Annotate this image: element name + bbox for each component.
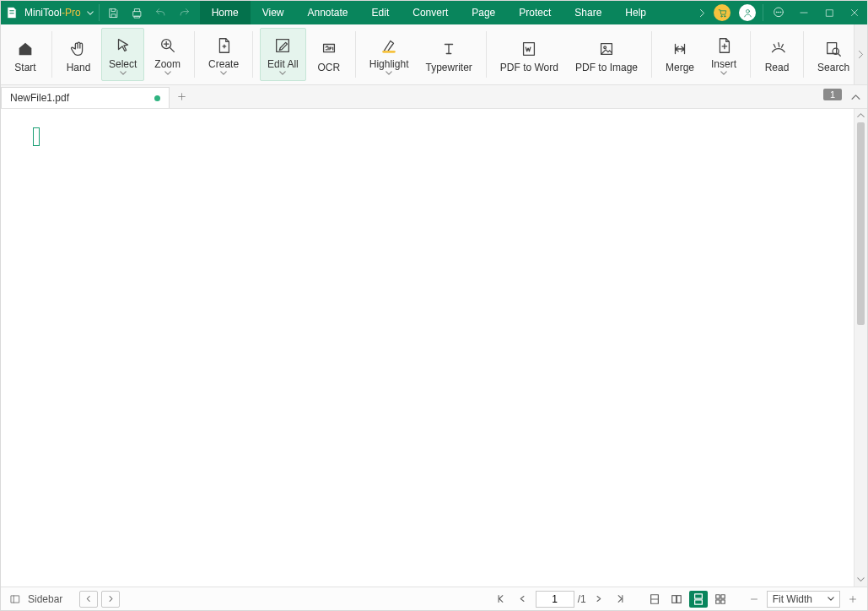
home-icon (16, 38, 35, 60)
ribbon-separator (750, 31, 751, 78)
tool-create[interactable]: Create (202, 28, 245, 81)
app-window: MiniTool-Pro Home View Annotate Edit Con… (0, 0, 868, 611)
zoom-value: Fit Width (773, 593, 812, 605)
svg-point-0 (720, 15, 721, 16)
sidebar-icon (6, 591, 24, 608)
ribbon: Start Hand Select Zoom Create Edit All (1, 24, 867, 85)
next-page-button[interactable] (590, 591, 608, 608)
tool-start[interactable]: Start (6, 28, 45, 81)
panel-left-button[interactable] (79, 591, 98, 608)
svg-rect-16 (11, 595, 19, 602)
menu-convert[interactable]: Convert (401, 1, 460, 24)
menu-view[interactable]: View (251, 1, 296, 24)
app-logo (1, 1, 23, 24)
tool-zoom[interactable]: Zoom (148, 28, 187, 81)
tab-strip: NewFile1.pdf 1 (1, 85, 867, 109)
menu-home[interactable]: Home (200, 1, 251, 24)
scroll-track[interactable] (855, 325, 867, 573)
new-tab-button[interactable] (170, 85, 193, 108)
feedback-icon[interactable] (766, 1, 791, 24)
collapse-ribbon-button[interactable] (847, 89, 864, 105)
vertical-scrollbar[interactable] (854, 109, 867, 587)
account-button[interactable] (735, 1, 760, 24)
zoom-out-button[interactable] (745, 591, 763, 608)
menu-label: Share (574, 7, 601, 19)
page-number-input[interactable] (536, 591, 574, 608)
view-single-button[interactable] (645, 591, 664, 608)
maximize-button[interactable] (817, 1, 842, 24)
tool-label: Search (817, 62, 849, 73)
tool-edit-all[interactable]: Edit All (260, 28, 306, 81)
tool-search[interactable]: Search (811, 28, 856, 81)
svg-rect-22 (715, 594, 719, 597)
first-page-button[interactable] (492, 591, 510, 608)
menu-label: View (262, 7, 284, 19)
tool-insert[interactable]: Insert (704, 28, 743, 81)
qat-dropdown[interactable] (84, 1, 96, 24)
ribbon-separator (51, 31, 52, 78)
menu-annotate[interactable]: Annotate (296, 1, 360, 24)
svg-point-6 (780, 12, 781, 13)
tool-merge[interactable]: Merge (659, 28, 701, 81)
sidebar-label: Sidebar (28, 593, 62, 605)
scroll-up-icon[interactable] (855, 109, 867, 122)
ribbon-separator (803, 31, 804, 78)
sidebar-toggle[interactable]: Sidebar (6, 591, 62, 608)
tool-select[interactable]: Select (101, 28, 144, 81)
last-page-button[interactable] (612, 591, 630, 608)
page-total: /1 (578, 593, 586, 605)
scroll-thumb[interactable] (857, 122, 865, 325)
ribbon-separator (194, 31, 195, 78)
menu-help[interactable]: Help (613, 1, 658, 24)
view-continuous-button[interactable] (689, 591, 708, 608)
hand-icon (69, 38, 88, 60)
svg-point-2 (746, 9, 749, 13)
zoom-icon (159, 35, 177, 57)
view-modes (645, 591, 730, 608)
menu-share[interactable]: Share (563, 1, 613, 24)
side-nav (79, 591, 120, 608)
menu-page[interactable]: Page (460, 1, 507, 24)
tool-hand[interactable]: Hand (59, 28, 98, 81)
zoom-select[interactable]: Fit Width (767, 591, 840, 608)
svg-point-13 (604, 46, 607, 48)
ocr-icon (320, 38, 338, 60)
menu-label: Convert (412, 7, 448, 19)
menu-label: Help (625, 7, 646, 19)
svg-rect-18 (671, 595, 676, 603)
merge-icon (671, 38, 689, 60)
tool-pdf-to-image[interactable]: PDF to Image (569, 28, 644, 81)
view-continuous-facing-button[interactable] (711, 591, 730, 608)
document-page[interactable] (1, 109, 854, 587)
scroll-down-icon[interactable] (855, 573, 867, 587)
menu-edit[interactable]: Edit (360, 1, 402, 24)
cart-button[interactable] (709, 1, 735, 24)
save-icon[interactable] (102, 1, 126, 24)
print-icon[interactable] (126, 1, 149, 24)
document-tab[interactable]: NewFile1.pdf (1, 87, 170, 108)
tool-highlight[interactable]: Highlight (363, 28, 416, 81)
view-facing-button[interactable] (667, 591, 686, 608)
tool-typewriter[interactable]: Typewriter (418, 28, 478, 81)
close-button[interactable] (842, 1, 867, 24)
tool-label: PDF to Image (575, 62, 638, 73)
qat-separator (99, 4, 100, 21)
dropdown-icon (385, 70, 392, 77)
menu-overflow-icon[interactable] (694, 1, 709, 24)
ribbon-scroll-right[interactable] (854, 24, 867, 84)
tool-label: Merge (666, 62, 694, 73)
tool-read[interactable]: Read (757, 28, 796, 81)
prev-page-button[interactable] (514, 591, 532, 608)
svg-rect-24 (715, 599, 719, 603)
text-cursor (33, 127, 40, 146)
menu-label: Page (472, 7, 495, 19)
redo-icon[interactable] (173, 1, 197, 24)
tool-ocr[interactable]: OCR (310, 28, 348, 81)
panel-right-button[interactable] (101, 591, 120, 608)
undo-icon[interactable] (149, 1, 173, 24)
tool-pdf-to-word[interactable]: PDF to Word (493, 28, 565, 81)
minimize-button[interactable] (791, 1, 817, 24)
zoom-in-button[interactable] (844, 591, 862, 608)
tab-title: NewFile1.pdf (10, 92, 69, 104)
menu-protect[interactable]: Protect (507, 1, 563, 24)
